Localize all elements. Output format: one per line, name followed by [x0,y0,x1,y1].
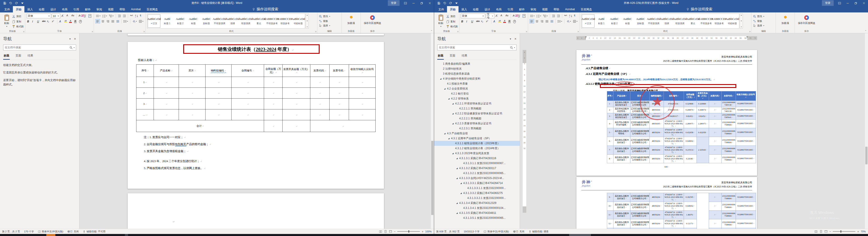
outline-item[interactable]: ◢ 4.3.1 近两年产品销售业绩（SP） [434,136,520,141]
outline-item[interactable]: ◢ 4.2 企业资质情况 [434,86,520,91]
outline-item[interactable]: 4.2.2.3.1 查询截图 [434,126,520,131]
format-painter-button[interactable]: 格式刷 [446,24,458,29]
qat-customize-icon[interactable] [21,2,24,5]
ribbon-tab[interactable]: 插入 [459,6,470,12]
outline-item[interactable]: ◢ 4.3.1.3.3.1 采购订单4704264714 [434,181,520,185]
scrollbar-thumb[interactable] [865,147,868,164]
style-chip[interactable]: AaBbC 标题 [187,14,200,28]
asian-layout-button[interactable]: ⇋A [563,13,568,18]
style-chip[interactable]: AaBbCcDd 不明显强调 [213,14,226,28]
font-name-select[interactable]: 宋体 [27,13,51,18]
shrink-font-button[interactable]: Aˇ [66,14,70,18]
outline-expander-icon[interactable]: ◢ [448,138,451,140]
vertical-ruler[interactable]: 422468101214161820222426283032 [523,50,526,213]
change-case-button[interactable]: Aa [71,14,75,18]
cut-button[interactable]: 剪切 [446,14,458,19]
outline-expander-icon[interactable]: ◢ [460,182,463,184]
numbering-button[interactable]: 123 [536,13,542,18]
outline-item[interactable]: ◢ 4.3.1.3.1 采购订单4704283116 [434,156,520,161]
outline-item[interactable]: 4.2.2.1.1 查询截图 [434,106,520,111]
style-chip[interactable]: AaBbCcDd 强调 [660,14,673,28]
ribbon-tab[interactable]: 帮助 [117,6,128,12]
borders-button[interactable] [572,19,578,24]
undo-icon[interactable] [9,2,12,5]
taskbar-app-indicator[interactable] [125,234,128,236]
ribbon-tab[interactable]: 邮件 [516,6,528,12]
italic-button[interactable]: I [32,19,36,24]
justify-button[interactable] [111,19,115,24]
outline-item[interactable]: ◢ 4.3.1.3.2 采购订单4704283117 [434,166,520,171]
minimize-button[interactable] [844,0,852,6]
nav-search-box[interactable]: ▾ [437,45,517,51]
ribbon-tab[interactable]: 帮助 [551,6,562,12]
zoom-level[interactable]: 100% [425,230,432,233]
distribute-button[interactable] [550,19,554,24]
character-border-button[interactable]: A [522,14,526,18]
outline-expander-icon[interactable]: ◢ [456,202,459,204]
outline-item[interactable]: ◢ 4.2.2 管理体系 [434,96,520,101]
dialog-launcher-icon[interactable]: ⇲ [23,31,24,33]
sort-button[interactable]: AZ [134,13,139,18]
ribbon-tab[interactable]: 审阅 [528,6,539,12]
align-left-button[interactable] [95,19,100,24]
track-changes-indicator[interactable]: 修订: 关闭 [511,230,526,233]
outline-item[interactable]: ◢ 4.3.1.3.3 合同LHSY-WZGS-2023-M... [434,176,520,181]
dialog-launcher-icon[interactable]: ⇲ [91,31,93,33]
style-chip[interactable]: AaBbCcDd 书籍标题 [726,14,739,28]
increase-indent-button[interactable] [122,13,126,18]
align-right-button[interactable] [540,19,544,24]
dialog-launcher-icon[interactable]: ⇲ [749,31,750,33]
dialog-launcher-icon[interactable]: ⇲ [526,31,527,33]
shrink-font-button[interactable]: Aˇ [500,14,504,18]
nav-search-input[interactable] [439,46,510,49]
style-chip[interactable]: AaBbC 标题 2 [608,14,621,28]
decrease-indent-button[interactable] [117,13,122,18]
highlight-button[interactable]: ab [498,19,502,24]
shading-button[interactable] [132,19,137,24]
font-color-button[interactable]: A [69,19,73,24]
outline-item[interactable]: 4.3.1.3.3.1.1 发票2332200000... [434,185,520,190]
ribbon-tab[interactable]: Acrobat [128,6,144,12]
outline-item[interactable]: ◢ 4.3.1.3.4 采购订单4704312329 [434,201,520,205]
zoom-out-button[interactable]: − [394,230,396,233]
web-layout-icon[interactable] [825,230,828,233]
nav-search-input[interactable] [5,46,69,49]
ribbon-tab[interactable]: 开始 [447,6,459,12]
replace-button[interactable]: 替换 [319,19,340,24]
zoom-out-button[interactable]: − [829,230,831,233]
nav-options-icon[interactable]: ▾ [69,37,71,40]
replace-button[interactable]: 替换 [753,19,774,24]
ribbon-tab[interactable]: 布局 [493,6,504,12]
close-button[interactable] [426,0,434,6]
ribbon-tab[interactable]: 百度网盘 [578,6,595,12]
justify-button[interactable] [545,19,549,24]
enclose-characters-button[interactable]: 字 [79,19,83,24]
outline-expander-icon[interactable]: ◢ [456,212,459,214]
restore-button[interactable] [852,0,860,6]
copy-button[interactable]: 复制 [12,19,24,24]
zoom-slider-thumb[interactable] [408,230,409,233]
tell-me-search[interactable]: 操作说明搜索 [252,6,278,12]
outline-item[interactable]: ◢ 4.2.2.1 环境管理体系认证证书 [434,101,520,106]
find-button[interactable]: 查找 [753,14,774,19]
phonetic-guide-button[interactable]: wén文 [83,14,87,18]
strikethrough-button[interactable]: abc [41,19,46,24]
minimize-button[interactable] [409,0,417,6]
align-left-button[interactable] [529,19,534,24]
style-chip[interactable]: AaBbCcDd 强调 [226,14,239,28]
outline-expander-icon[interactable]: ◢ [460,192,463,194]
search-icon[interactable] [69,46,73,49]
outline-item[interactable]: ◢ 4.3 产品销售业绩 [434,131,520,136]
language-indicator[interactable]: 简体中文(中国大陆) [36,230,65,233]
distribute-button[interactable] [116,19,120,24]
outline-item[interactable]: 4.1 投标文件质量 [434,81,520,86]
redo-icon[interactable] [449,2,452,5]
character-shading-button[interactable]: A [74,19,78,24]
paste-button[interactable]: 粘贴 [1,13,12,29]
save-to-baidu-button[interactable]: 保存到百度网盘 [797,13,817,29]
copy-button[interactable]: 复制 [446,19,458,24]
nav-search-box[interactable]: ▾ [3,45,76,51]
ribbon-tab[interactable]: 设计 [48,6,59,12]
web-layout-icon[interactable] [389,230,392,233]
ribbon-tab[interactable]: 视图 [105,6,117,12]
